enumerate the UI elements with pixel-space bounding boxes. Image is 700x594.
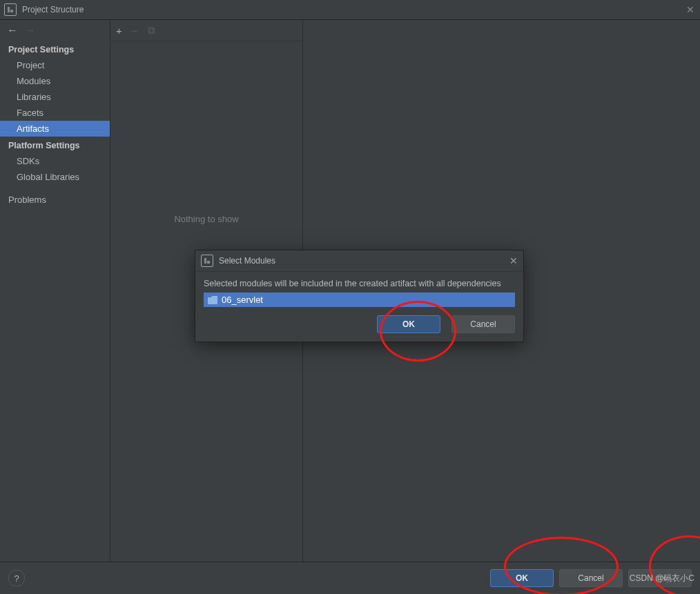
forward-arrow-icon[interactable]: → <box>25 24 36 37</box>
help-button[interactable]: ? <box>8 570 25 586</box>
back-arrow-icon[interactable]: ← <box>7 24 18 37</box>
dialog-ok-button[interactable]: OK <box>377 315 440 333</box>
cancel-button[interactable]: Cancel <box>559 569 623 587</box>
sidebar-item-problems[interactable]: Problems <box>0 192 110 208</box>
svg-rect-3 <box>204 258 206 264</box>
close-icon[interactable]: ✕ <box>686 4 694 15</box>
svg-rect-2 <box>10 10 13 12</box>
dialog-message: Selected modules will be included in the… <box>204 279 515 288</box>
titlebar: Project Structure ✕ <box>0 0 700 20</box>
sidebar-item-facets[interactable]: Facets <box>0 105 110 121</box>
project-settings-head: Project Settings <box>0 41 110 57</box>
remove-icon[interactable]: − <box>132 25 138 37</box>
svg-rect-1 <box>8 7 10 12</box>
module-list-item[interactable]: 06_servlet <box>204 293 515 307</box>
copy-icon[interactable]: ⧉ <box>148 24 155 37</box>
add-icon[interactable]: + <box>116 25 122 37</box>
app-icon <box>201 255 213 267</box>
apply-button[interactable]: Apply <box>628 569 692 587</box>
folder-icon <box>208 296 217 304</box>
dialog-footer: OK Cancel <box>195 307 523 341</box>
artifact-toolbar: + − ⧉ <box>110 20 302 41</box>
dialog-body: Selected modules will be included in the… <box>195 272 523 307</box>
dialog-title: Select Modules <box>219 256 275 266</box>
sidebar-item-artifacts[interactable]: Artifacts <box>0 121 110 137</box>
sidebar-item-sdks[interactable]: SDKs <box>0 153 110 169</box>
ok-button[interactable]: OK <box>490 569 554 587</box>
svg-rect-4 <box>207 261 210 264</box>
sidebar-item-modules[interactable]: Modules <box>0 73 110 89</box>
nav-row: ← → <box>0 20 110 41</box>
sidebar-item-project[interactable]: Project <box>0 57 110 73</box>
dialog-titlebar: Select Modules ✕ <box>195 250 523 272</box>
sidebar-item-global-libraries[interactable]: Global Libraries <box>0 169 110 185</box>
app-icon <box>4 3 17 16</box>
platform-settings-head: Platform Settings <box>0 137 110 153</box>
empty-list-label: Nothing to show <box>110 214 302 224</box>
dialog-cancel-button[interactable]: Cancel <box>451 315 515 333</box>
select-modules-dialog: Select Modules ✕ Selected modules will b… <box>195 250 524 342</box>
project-structure-window: Project Structure ✕ ← → Project Settings… <box>0 0 700 594</box>
footer: ? OK Cancel Apply <box>0 562 700 594</box>
module-name: 06_servlet <box>222 295 263 305</box>
dialog-close-icon[interactable]: ✕ <box>509 255 518 266</box>
window-title: Project Structure <box>22 5 84 14</box>
sidebar-item-libraries[interactable]: Libraries <box>0 89 110 105</box>
sidebar: ← → Project Settings Project Modules Lib… <box>0 20 110 574</box>
